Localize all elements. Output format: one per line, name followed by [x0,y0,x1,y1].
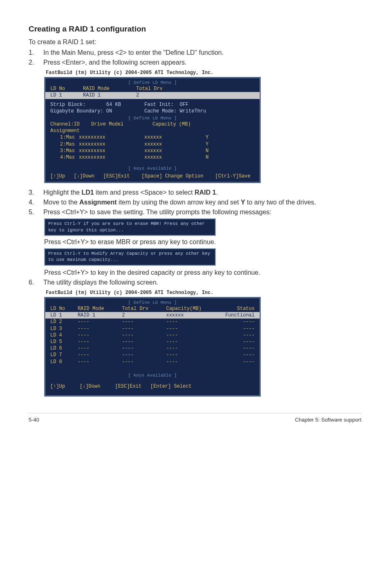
ld-row: LD 2 ---- ---- ---- ---- [45,319,260,325]
sel-status: Functional [218,312,255,319]
hdr-ldno: LD No [50,85,83,92]
section-heading: Creating a RAID 1 configuration [29,25,361,34]
channel: 2:Mas [50,141,75,148]
instruction-text: Press <Ctrl+Y> to key in the desired cap… [44,269,361,276]
model: xxxxxxxxx [79,134,144,141]
step-4: 4. Move to the Assignment item by using … [29,199,361,206]
gigabyte-boundary: Gigabyte Boundary: ON [50,108,144,114]
assignment: N [206,154,208,161]
sel-ld: LD 1 [50,312,78,319]
terminal-ld-list: FastBuild (tm) Utility (c) 2004-2005 ATI… [44,289,261,397]
mode: ---- [78,339,122,345]
step-6: 6. The utility displays the following sc… [29,279,361,286]
sel-mode: RAID 1 [83,92,136,99]
drv: ---- [122,345,166,352]
table-header-row: LD No RAID Mode Total Drv [45,85,260,92]
step-text: Press <Ctrl+Y> to save the setting. The … [43,209,361,216]
step-text: In the Main Menu, press <2> to enter the… [43,49,361,56]
ld-row: LD 6 ---- ---- ---- ---- [45,345,260,352]
mode: ---- [78,359,122,365]
status: ---- [218,332,255,339]
step-3: 3. Highlight the LD1 item and press <Spa… [29,189,361,196]
drive-row: 3:Mas xxxxxxxxx xxxxxx N [45,148,260,154]
section-label: [ Keys Available ] [45,166,260,171]
section-label: [ Keys Available ] [45,373,260,378]
drv: ---- [122,359,166,365]
terminal-title: FastBuild (tm) Utility (c) 2004-2005 ATI… [44,69,261,77]
capacity: xxxxxx [144,148,206,154]
capacity: ---- [166,325,218,332]
hdr-drv: Total Drv [122,305,166,312]
step-1: 1. In the Main Menu, press <2> to enter … [29,49,361,56]
cache-mode: Cache Mode: WriteThru [144,108,206,114]
capacity: ---- [166,332,218,339]
section-label: [ Define LD Menu ] [45,300,260,305]
sel-ld: LD 1 [50,92,83,99]
status: ---- [218,359,255,365]
drv: ---- [122,352,166,358]
option-row: Strip Block: 64 KB Fast Init: OFF [45,101,260,108]
capacity: xxxxxx [144,141,206,148]
prompt-modify-capacity: Press Ctrl-Y to Modify Array Capacity or… [44,248,216,266]
step-number: 6. [29,279,43,286]
chapter-title: Chapter 5: Software support [295,417,361,423]
hdr-ldno: LD No [50,305,78,312]
capacity: xxxxxx [144,134,206,141]
drv: ---- [122,332,166,339]
ld-row: LD 5 ---- ---- ---- ---- [45,339,260,345]
step-2: 2. Press <Enter>, and the following scre… [29,59,361,66]
ld-label: LD 4 [50,332,78,339]
capacity: ---- [166,359,218,365]
drive-row: 4:Mas xxxxxxxxx xxxxxx N [45,154,260,161]
mode: ---- [78,352,122,358]
step-number: 1. [29,49,43,56]
drv: ---- [122,325,166,332]
drive-row: 2:Mas xxxxxxxxx xxxxxx Y [45,141,260,148]
terminal-define-ld: FastBuild (tm) Utility (c) 2004-2005 ATI… [44,69,261,183]
selected-row[interactable]: LD 1 RAID 1 2 xxxxxx Functional [45,312,260,319]
step-number: 2. [29,59,43,66]
ld-label: LD 2 [50,319,78,325]
table-header-row: LD No RAID Mode Total Drv Capacity(MB) S… [45,305,260,312]
ld-row: LD 7 ---- ---- ---- ---- [45,352,260,358]
step-number: 5. [29,209,43,216]
capacity: ---- [166,345,218,352]
model: xxxxxxxxx [79,154,144,161]
ld-row: LD 3 ---- ---- ---- ---- [45,325,260,332]
assignment: Y [206,134,208,141]
hdr-model: Drive Model [91,121,152,128]
sel-capacity: xxxxxx [166,312,218,319]
ld-row: LD 4 ---- ---- ---- ---- [45,332,260,339]
channel: 4:Mas [50,154,75,161]
sel-mode: RAID 1 [78,312,122,319]
fast-init: Fast Init: OFF [144,101,188,108]
step-text: Move to the Assignment item by using the… [43,199,361,206]
step-number: 4. [29,199,43,206]
capacity: xxxxxx [144,154,206,161]
mode: ---- [78,332,122,339]
section-label: [ Define LD Menu ] [45,80,260,85]
section-label: [ Define LD Menu ] [45,115,260,121]
sel-drv: 2 [122,312,166,319]
assignment: N [206,148,208,154]
hdr-capacity: Capacity(MB) [166,305,218,312]
hdr-capacity: Capacity (MB) [152,121,202,128]
assignment: Y [206,141,208,148]
keys-available: [↑]Up [↓]Down [ESC]Exit [Enter] Select [45,382,260,391]
status: ---- [218,319,255,325]
hdr-drv: Total Drv [136,85,193,92]
instruction-text: Press <Ctrl+Y> to erase MBR or press any… [44,238,361,246]
selected-row[interactable]: LD 1 RAID 1 2 [45,92,260,99]
ld-label: LD 3 [50,325,78,332]
mode: ---- [78,345,122,352]
ld-row: LD 8 ---- ---- ---- ---- [45,359,260,365]
step-number: 3. [29,189,43,196]
ld-label: LD 6 [50,345,78,352]
capacity: ---- [166,339,218,345]
step-text: The utility displays the following scree… [43,279,361,286]
status: ---- [218,345,255,352]
hdr-status: Status [218,305,255,312]
channel: 3:Mas [50,148,75,154]
sel-drv: 2 [136,92,193,99]
page-number: 5-40 [29,417,39,423]
